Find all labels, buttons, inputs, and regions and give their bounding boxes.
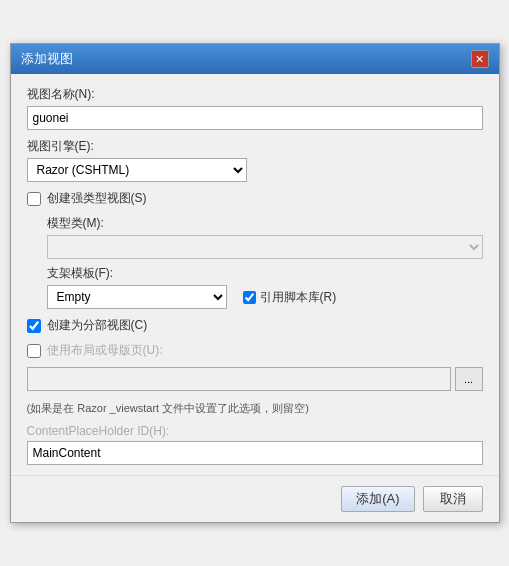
model-type-select[interactable] <box>47 235 483 259</box>
add-view-dialog: 添加视图 ✕ 视图名称(N): 视图引擎(E): Razor (CSHTML) … <box>10 43 500 523</box>
title-bar: 添加视图 ✕ <box>11 44 499 74</box>
reference-script-label[interactable]: 引用脚本库(R) <box>260 289 337 306</box>
content-placeholder-label: ContentPlaceHolder ID(H): <box>27 424 483 438</box>
hint-text: (如果是在 Razor _viewstart 文件中设置了此选项，则留空) <box>27 401 483 416</box>
view-engine-group: 视图引擎(E): Razor (CSHTML) ASPX Razor (VBHT… <box>27 138 483 182</box>
strongly-typed-row: 创建强类型视图(S) <box>27 190 483 207</box>
strongly-typed-checkbox[interactable] <box>27 192 41 206</box>
close-button[interactable]: ✕ <box>471 50 489 68</box>
dialog-footer: 添加(A) 取消 <box>11 475 499 522</box>
add-button[interactable]: 添加(A) <box>341 486 414 512</box>
view-name-group: 视图名称(N): <box>27 86 483 130</box>
view-name-label: 视图名称(N): <box>27 86 483 103</box>
view-engine-label: 视图引擎(E): <box>27 138 483 155</box>
scaffold-row: Empty Create Delete Details Edit List 引用… <box>47 285 483 309</box>
scaffold-select[interactable]: Empty Create Delete Details Edit List <box>47 285 227 309</box>
browse-button[interactable]: ... <box>455 367 483 391</box>
scaffold-label: 支架模板(F): <box>47 265 483 282</box>
view-engine-select[interactable]: Razor (CSHTML) ASPX Razor (VBHTML) <box>27 158 247 182</box>
layout-path-input[interactable] <box>27 367 451 391</box>
cancel-button[interactable]: 取消 <box>423 486 483 512</box>
layout-path-group: ... <box>27 367 483 391</box>
model-type-group: 模型类(M): 支架模板(F): Empty Create Delete Det… <box>47 215 483 309</box>
model-type-form-group: 模型类(M): <box>47 215 483 259</box>
strongly-typed-label[interactable]: 创建强类型视图(S) <box>47 190 147 207</box>
use-layout-row: 使用布局或母版页(U): <box>27 342 483 359</box>
model-type-label: 模型类(M): <box>47 215 483 232</box>
create-partial-label[interactable]: 创建为分部视图(C) <box>47 317 148 334</box>
dialog-body: 视图名称(N): 视图引擎(E): Razor (CSHTML) ASPX Ra… <box>11 74 499 475</box>
view-name-input[interactable] <box>27 106 483 130</box>
dialog-title: 添加视图 <box>21 50 73 68</box>
create-partial-row: 创建为分部视图(C) <box>27 317 483 334</box>
create-partial-checkbox[interactable] <box>27 319 41 333</box>
scaffold-template-group: 支架模板(F): Empty Create Delete Details Edi… <box>47 265 483 309</box>
reference-script-checkbox[interactable] <box>243 291 256 304</box>
use-layout-checkbox[interactable] <box>27 344 41 358</box>
use-layout-label[interactable]: 使用布局或母版页(U): <box>47 342 163 359</box>
content-placeholder-input[interactable] <box>27 441 483 465</box>
content-placeholder-group: ContentPlaceHolder ID(H): <box>27 424 483 465</box>
reference-script-row: 引用脚本库(R) <box>243 289 337 306</box>
